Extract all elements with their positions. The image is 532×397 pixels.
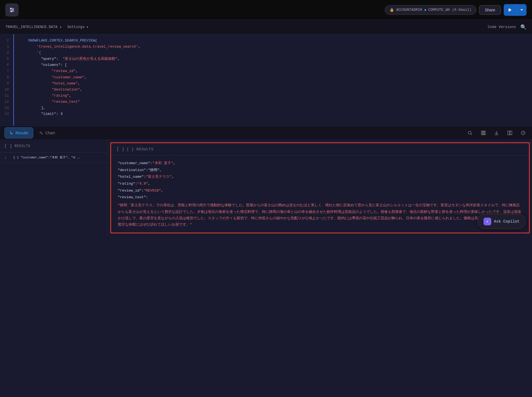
field-value: "4.9" xyxy=(137,181,148,187)
svg-rect-11 xyxy=(483,131,484,135)
line-num: 8 xyxy=(4,74,9,81)
svg-rect-14 xyxy=(508,131,510,135)
settings-link[interactable]: Settings ▾ xyxy=(67,25,88,29)
field-key: "review_id" xyxy=(118,187,142,194)
results-right-panel: [ ] [ ] RESULTS "customer_name" : "木村 直子… xyxy=(110,142,530,233)
line-num: 12 xyxy=(4,99,9,105)
field-colon: : xyxy=(150,160,152,167)
svg-rect-12 xyxy=(484,131,485,135)
field-colon: : xyxy=(146,167,148,174)
chart-tab-icon: ∿ xyxy=(39,130,43,136)
code-line: "rating", xyxy=(19,93,526,99)
field-value: "富士見テラス" xyxy=(146,174,172,181)
field-key: "destination" xyxy=(118,167,146,174)
results-tab-label: Results xyxy=(16,131,29,135)
secondary-nav-left: TRAVEL_INTELLIGENCE.DATA ▾ Settings ▾ xyxy=(6,25,88,29)
code-line: "limit": 3 xyxy=(19,111,526,117)
code-line: "review_text" xyxy=(19,99,526,105)
results-right-title: [ ] RESULTS xyxy=(127,147,154,151)
code-line: 'travel_intelligence.data.travel_review_… xyxy=(19,44,526,50)
columns-icon-btn[interactable] xyxy=(479,128,488,137)
tab-results[interactable]: ↳ Results xyxy=(4,127,33,138)
field-value: "木村 直子" xyxy=(152,160,173,167)
tabs-right xyxy=(466,128,528,137)
code-editor: 2 3 4 5 6 7 8 9 10 11 12 13 14 SNOWFLAKE… xyxy=(0,34,532,126)
line-num: 9 xyxy=(4,81,9,87)
split-icon-btn[interactable] xyxy=(505,128,514,137)
line-num: 10 xyxy=(4,87,9,93)
code-line: "review_id", xyxy=(19,68,526,74)
svg-marker-6 xyxy=(509,8,512,12)
field-comma: , xyxy=(148,181,150,187)
chart-tab-label: Chart xyxy=(45,131,55,135)
tab-chart[interactable]: ∿ Chart xyxy=(34,127,60,138)
line-num: 11 xyxy=(4,93,9,99)
run-button-group xyxy=(504,4,526,16)
tabs-left: ↳ Results ∿ Chart xyxy=(4,127,60,138)
field-review-text-label: "review_text" : xyxy=(118,194,522,201)
run-dropdown-button[interactable] xyxy=(516,4,526,16)
download-icon-btn[interactable] xyxy=(492,128,501,137)
field-colon: : xyxy=(144,174,146,181)
field-comma: , xyxy=(173,160,175,167)
dot-divider xyxy=(424,9,426,11)
copilot-icon: ✦ xyxy=(484,218,491,225)
field-hotel-name: "hotel_name" : "富士見テラス" , xyxy=(118,174,522,181)
account-label: ACCOUNTADMIN xyxy=(396,8,422,12)
share-button[interactable]: Share xyxy=(479,5,501,15)
secondary-nav-right: Code Versions 🔍 xyxy=(488,24,526,30)
history-icon-btn[interactable] xyxy=(519,128,528,137)
code-versions-link[interactable]: Code Versions xyxy=(488,25,516,29)
code-line: "destination", xyxy=(19,87,526,93)
svg-rect-15 xyxy=(510,131,512,135)
field-key: "hotel_name" xyxy=(118,174,144,181)
bracket-icon-2: [ ] xyxy=(117,147,124,151)
results-left-title: RESULTS xyxy=(14,144,30,148)
bracket-icon: [ ] xyxy=(4,144,12,148)
ask-copilot-button[interactable]: ✦ Ask Copilot xyxy=(478,214,525,229)
run-button[interactable] xyxy=(504,4,516,16)
top-bar: 🔒 ACCOUNTADMIN COMPUTE_WH (X-Small) Shar… xyxy=(0,0,532,20)
line-num: 13 xyxy=(4,105,9,111)
svg-point-8 xyxy=(468,131,471,134)
field-comma: , xyxy=(160,167,162,174)
svg-point-3 xyxy=(12,9,14,11)
field-comma: , xyxy=(161,187,163,194)
svg-marker-7 xyxy=(520,9,523,11)
field-rating: "rating" : "4.9" , xyxy=(118,181,522,187)
table-row: 1 [ { "customer_name":"木村 直子", "d... xyxy=(0,153,108,163)
svg-line-9 xyxy=(471,134,472,135)
svg-point-2 xyxy=(11,8,12,9)
field-key: "review_text" xyxy=(118,194,146,201)
lock-icon: 🔒 xyxy=(390,8,394,12)
svg-rect-10 xyxy=(481,131,482,135)
results-right-header: [ ] [ ] RESULTS xyxy=(111,143,529,156)
code-content[interactable]: SNOWFLAKE.CORTEX.SEARCH_PREVIEW( 'travel… xyxy=(14,34,532,126)
search-icon-btn[interactable] xyxy=(466,128,474,137)
settings-button[interactable] xyxy=(6,4,18,16)
search-icon[interactable]: 🔍 xyxy=(520,24,526,30)
chevron-down-icon: ▾ xyxy=(60,25,62,29)
code-line: ], xyxy=(19,105,526,111)
database-selector[interactable]: TRAVEL_INTELLIGENCE.DATA ▾ xyxy=(6,25,62,29)
field-destination: "destination" : "静岡" , xyxy=(118,167,522,174)
results-tab-icon: ↳ xyxy=(9,130,13,136)
results-left-header: [ ] RESULTS xyxy=(0,140,108,153)
top-bar-left xyxy=(6,4,18,16)
line-num: 14 xyxy=(4,111,9,117)
field-review-text-value: "静岡「富士見テラス」での滞在は、景観と料理の両方で感動的な体験でした。部屋から… xyxy=(118,202,522,228)
code-line: "query": "富士山の景色が見える高級旅館", xyxy=(19,56,526,62)
results-tabs: ↳ Results ∿ Chart xyxy=(0,126,532,140)
code-line: SNOWFLAKE.CORTEX.SEARCH_PREVIEW( xyxy=(19,38,526,44)
row-number: 1 xyxy=(4,155,10,160)
field-colon: : xyxy=(146,194,148,201)
account-info: 🔒 ACCOUNTADMIN COMPUTE_WH (X-Small) xyxy=(385,5,476,15)
secondary-nav: TRAVEL_INTELLIGENCE.DATA ▾ Settings ▾ Co… xyxy=(0,20,532,34)
line-num: 4 xyxy=(4,50,9,56)
code-line: "columns": [ xyxy=(19,62,526,68)
line-numbers: 2 3 4 5 6 7 8 9 10 11 12 13 14 xyxy=(0,34,14,126)
line-num: 3 xyxy=(4,44,9,50)
database-label: TRAVEL_INTELLIGENCE.DATA xyxy=(6,25,57,29)
field-review-id: "review_id" : "REV010" , xyxy=(118,187,522,194)
line-num: 7 xyxy=(4,68,9,74)
